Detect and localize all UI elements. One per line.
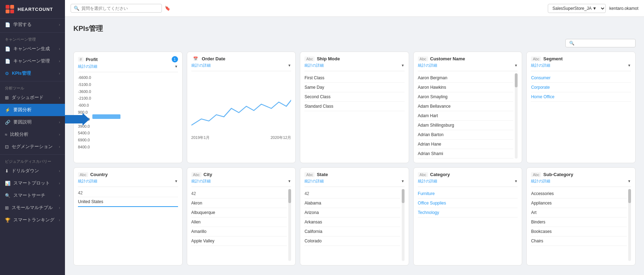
profit-badge: 1 [172,56,178,62]
sidebar-item-smallmultiple[interactable]: ⊞ スモールマルチプル › [0,202,65,214]
customer-name-scrollthumb[interactable] [515,73,518,87]
sub-category-subtitle[interactable]: 統計の詳細 ▼ [531,179,631,184]
list-item-allen[interactable]: Allen [191,217,287,227]
card-city: Abc City 統計の詳細 ▼ 42 Akron Albuquerque Al… [187,167,296,266]
campaign-manage-icon: 📄 [5,59,11,64]
list-item-akron[interactable]: Akron [191,199,287,208]
city-scrollthumb[interactable] [288,189,291,203]
sidebar-item-drilldown[interactable]: ⬇ ドリルダウン › [0,165,65,177]
ship-mode-subtitle[interactable]: 統計の詳細 ▼ [304,63,405,68]
chevron-icon: › [59,145,60,149]
card-state: Abc State 統計の詳細 ▼ 42 Alabama Arizona Ark… [300,167,409,266]
country-type-badge: Abc [78,172,88,177]
sidebar-item-compare[interactable]: ≈ 比較分析 › [0,128,65,141]
list-item-chairs[interactable]: Chairs [531,236,627,246]
category-dropdown-arrow: ▼ [514,179,518,183]
content-search-input[interactable] [565,39,636,47]
list-item-home-office[interactable]: Home Office [531,92,631,102]
list-item-alabama[interactable]: Alabama [304,199,400,208]
list-item-second-class[interactable]: Second Class [304,92,405,102]
list-item-aaron-smayling[interactable]: Aaron Smayling [418,92,514,102]
segment-subtitle[interactable]: 統計の詳細 ▼ [531,63,631,68]
sub-category-scrollthumb[interactable] [628,189,631,203]
chevron-icon: › [59,206,60,210]
list-item-adam-bellavance[interactable]: Adam Bellavance [418,102,514,111]
cards-row-2: Abc Country 統計の詳細 ▼ 42 United States [73,167,636,266]
list-item-arizona[interactable]: Arizona [304,208,400,217]
sidebar-item-segmentation[interactable]: ⊡ セグメンテーション › [0,141,65,153]
country-divider [78,187,178,187]
sidebar-item-factor-analysis[interactable]: ⚡ 要因分析 [0,104,65,116]
list-item-furniture[interactable]: Furniture [418,189,518,199]
store-selector[interactable]: SalesSuperStore_JA ▼ [548,4,606,13]
list-item-accessories[interactable]: Accessories [531,189,627,199]
list-item-aaron-bergman[interactable]: Aaron Bergman [418,73,514,83]
list-item-adam-hart[interactable]: Adam Hart [418,111,514,121]
list-item-aaron-hawkins[interactable]: Aaron Hawkins [418,83,514,92]
list-item-appliances[interactable]: Appliances [531,199,627,208]
list-item-adam-shillingsburg[interactable]: Adam Shillingsburg [418,121,514,130]
list-item-technology[interactable]: Technology [418,208,518,217]
sidebar-item-smartsearch[interactable]: 🔍 スマートサーチ › [0,189,65,202]
sidebar-label-smartranking: スマートランキング [13,217,54,223]
bookmark-icon[interactable]: 🔖 [165,6,170,11]
sub-category-list: Accessories Appliances Art Binders Bookc… [531,189,631,246]
city-divider [191,187,291,187]
country-header: Abc Country [78,172,178,177]
list-item-california[interactable]: California [304,227,400,236]
question-search[interactable]: 🔍 [71,4,162,13]
list-item-standard-class[interactable]: Standard Class [304,102,405,111]
list-item-amarillo[interactable]: Amarillo [191,227,287,236]
list-item-albuquerque[interactable]: Albuquerque [191,208,287,217]
chevron-icon: › [59,72,60,75]
list-item-apple-valley[interactable]: Apple Valley [191,236,287,246]
state-scrolltrack [402,189,405,261]
sidebar-item-kpis[interactable]: ⚙ KPIs管理 › [0,67,65,80]
list-item-arkansas[interactable]: Arkansas [304,217,400,227]
list-item-corporate[interactable]: Corporate [531,83,631,92]
chevron-icon: › [59,96,60,100]
smartranking-icon: 🏆 [5,217,11,223]
customer-name-subtitle[interactable]: 統計の詳細 ▼ [418,63,518,68]
sidebar-item-smartplot[interactable]: 📊 スマートプロット › [0,177,65,189]
list-item-first-class[interactable]: First Class [304,73,405,83]
profit-subtitle[interactable]: 統計の詳細 ▼ [78,64,178,69]
sidebar-item-smartranking[interactable]: 🏆 スマートランキング › [0,214,65,226]
dashboard-icon: ⊞ [5,95,9,100]
logo-area: HEARTCOUNT [0,0,65,19]
search-input[interactable] [81,6,159,11]
segment-list: Consumer Corporate Home Office [531,73,631,102]
chevron-icon: › [59,59,60,63]
city-subtitle[interactable]: 統計の詳細 ▼ [191,179,291,184]
list-item-united-states[interactable]: United States [78,197,178,207]
list-item-adrian-barton[interactable]: Adrian Barton [418,130,514,140]
card-customer-name: Abc Customer Name 統計の詳細 ▼ Aaron Bergman … [413,52,523,163]
list-item-adrian-shami[interactable]: Adrian Shami [418,149,514,159]
sidebar-item-dashboard[interactable]: ⊞ ダッシュボード › [0,92,65,104]
country-subtitle[interactable]: 統計の詳細 ▼ [78,179,178,184]
state-subtitle[interactable]: 統計の詳細 ▼ [304,179,405,184]
state-scrollthumb[interactable] [402,189,405,203]
list-item-bookcases[interactable]: Bookcases [531,227,627,236]
list-item-binders[interactable]: Binders [531,217,627,227]
list-item-colorado[interactable]: Colorado [304,236,400,246]
country-title: Country [90,172,108,177]
state-header: Abc State [304,172,405,177]
sidebar-item-study[interactable]: 📄 学習する › [0,19,65,31]
chevron-icon: › [59,169,60,173]
segment-divider [531,71,631,71]
list-item-adrian-hane[interactable]: Adrian Hane [418,140,514,149]
order-date-subtitle[interactable]: 統計の詳細 ▼ [191,63,291,68]
sidebar-item-factor-explain[interactable]: 🔗 要因説明 › [0,116,65,128]
sidebar-label-smartsearch: スマートサーチ [13,193,45,199]
category-subtitle[interactable]: 統計の詳細 ▼ [418,179,518,184]
card-country: Abc Country 統計の詳細 ▼ 42 United States [73,167,183,266]
list-item-art[interactable]: Art [531,208,627,217]
sub-category-list-wrapper: Accessories Appliances Art Binders Bookc… [531,189,631,261]
customer-name-type-badge: Abc [418,56,428,61]
list-item-office-supplies[interactable]: Office Supplies [418,199,518,208]
sidebar-item-campaign-create[interactable]: 📄 キャンペーン生成 › [0,43,65,55]
list-item-same-day[interactable]: Same Day [304,83,405,92]
sidebar-item-campaign-manage[interactable]: 📄 キャンペーン管理 › [0,55,65,67]
list-item-consumer[interactable]: Consumer [531,73,631,83]
